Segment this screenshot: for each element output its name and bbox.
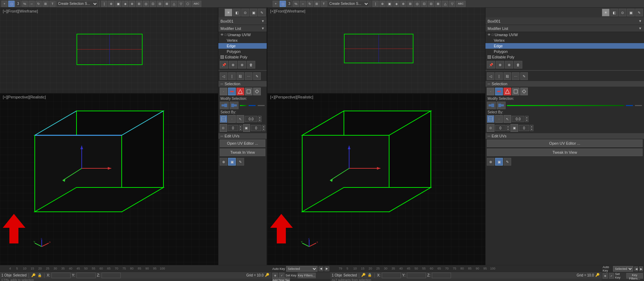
r-object-name-arrow[interactable]: ▼ bbox=[638, 19, 642, 23]
create-selection-dropdown-right[interactable]: Create Selection S... bbox=[328, 1, 369, 7]
pencil-icon[interactable]: ✎ bbox=[258, 9, 266, 16]
x-input-right[interactable] bbox=[382, 273, 401, 278]
r-mod-icon-pin[interactable]: 📌 bbox=[487, 61, 495, 69]
tb-r-select-icon[interactable]: ◻ bbox=[280, 1, 286, 7]
x-input-left[interactable] bbox=[51, 273, 71, 278]
sel-by-icon2[interactable]: · bbox=[228, 115, 236, 123]
prev-frame-btn[interactable]: ◀ bbox=[319, 266, 323, 271]
r-sel-3d-icon[interactable] bbox=[520, 88, 528, 95]
grow-btn[interactable] bbox=[220, 102, 229, 109]
y-input-right[interactable] bbox=[407, 273, 426, 278]
lock-key-icon2[interactable]: 🔑 bbox=[265, 273, 270, 278]
pan-left-icon[interactable]: ◁ bbox=[220, 72, 227, 80]
modifier-list-arrow[interactable]: ▼ bbox=[261, 26, 265, 30]
r-pan-pencil2-icon[interactable]: ✎ bbox=[520, 72, 528, 80]
tb-r-i8[interactable]: ⊡ bbox=[421, 1, 427, 7]
tb-r-i10[interactable]: ⊠ bbox=[435, 1, 441, 7]
tb-r-i3[interactable]: ▣ bbox=[386, 1, 393, 7]
r-sphere-icon[interactable]: ⊙ bbox=[619, 9, 626, 16]
tb-r-i6[interactable]: ⊞ bbox=[407, 1, 413, 7]
tb-r-i9[interactable]: ⊟ bbox=[428, 1, 434, 7]
r-grow-btn[interactable] bbox=[487, 102, 496, 109]
r-num2-spin[interactable]: ▲ ▼ bbox=[530, 125, 533, 131]
r-pan-left-icon[interactable]: ◁ bbox=[487, 72, 494, 80]
key-filters-btn[interactable]: Key Filters... bbox=[298, 273, 316, 278]
panel-left-icon[interactable]: ◧ bbox=[233, 9, 241, 16]
y-input-left[interactable] bbox=[77, 273, 96, 278]
r-pencil-icon[interactable]: ✎ bbox=[635, 9, 643, 16]
tweak-in-view-btn[interactable]: Tweak In View bbox=[220, 148, 265, 156]
r-mod-icon-funnel[interactable]: ⊕ bbox=[496, 61, 504, 69]
tb-icon-10[interactable]: ⊠ bbox=[164, 1, 170, 7]
modifier-polygon[interactable]: Polygon bbox=[218, 49, 267, 54]
r-sel-vertex-icon[interactable]: · bbox=[487, 88, 494, 95]
toolbar-select-icon[interactable]: ◻ bbox=[8, 1, 15, 7]
tb-r-i4[interactable]: ◈ bbox=[393, 1, 400, 7]
r-sel-cursor-icon[interactable]: ↖ bbox=[504, 115, 511, 123]
sphere-icon[interactable]: ⊙ bbox=[241, 9, 249, 16]
sel-by-icon1[interactable] bbox=[220, 115, 227, 123]
r-modifier-list-arrow[interactable]: ▼ bbox=[638, 26, 642, 30]
r-sel-edge-icon[interactable] bbox=[495, 88, 503, 95]
tb-r-i7[interactable]: ◎ bbox=[414, 1, 420, 7]
r-modifier-vertex[interactable]: Vertex bbox=[485, 38, 644, 43]
sel-edge-icon[interactable] bbox=[228, 88, 236, 95]
edit-uvs-header[interactable]: ─ Edit UVs bbox=[218, 133, 267, 139]
tb-icon-abc[interactable]: ABC bbox=[192, 1, 201, 7]
toolbar-percent-icon[interactable]: % bbox=[22, 1, 28, 7]
tb-r-i11[interactable]: △ bbox=[442, 1, 448, 7]
open-uv-editor-btn[interactable]: Open UV Editor ... bbox=[220, 139, 265, 147]
r-selected-dropdown[interactable]: Selected bbox=[613, 266, 633, 272]
num1-spin[interactable]: ▲ ▼ bbox=[239, 125, 242, 131]
r-shrink-btn[interactable] bbox=[497, 102, 506, 109]
toolbar-rotate-icon[interactable]: ↻ bbox=[35, 1, 42, 7]
modifier-vertex[interactable]: Vertex bbox=[218, 38, 267, 43]
r-sel-element-icon[interactable] bbox=[512, 88, 520, 95]
grid-icon[interactable]: ▣ bbox=[250, 9, 257, 16]
mod-icon-trash[interactable]: 🗑 bbox=[247, 61, 255, 69]
r-pan-chain-icon[interactable]: ⛓ bbox=[504, 72, 511, 80]
r-tweak-in-view-btn[interactable]: Tweak In View bbox=[487, 148, 643, 156]
r-uv-icon2[interactable]: ▣ bbox=[495, 158, 503, 166]
num2-spin[interactable]: ▲ ▼ bbox=[262, 125, 265, 131]
toolbar-text-icon[interactable]: T bbox=[49, 1, 56, 7]
tb-icon-12[interactable]: ▽ bbox=[178, 1, 184, 7]
tb-icon-8[interactable]: ⊡ bbox=[150, 1, 156, 7]
tb-icon-11[interactable]: △ bbox=[171, 1, 177, 7]
r-open-uv-editor-btn[interactable]: Open UV Editor ... bbox=[487, 139, 643, 147]
shrink-btn[interactable] bbox=[230, 102, 239, 109]
tb-icon-7[interactable]: ◎ bbox=[143, 1, 149, 7]
r-prev-frame-btn[interactable]: ◀ bbox=[634, 266, 638, 271]
tb-r-abc[interactable]: ABC bbox=[456, 1, 466, 7]
r-sel-by-icon1[interactable] bbox=[487, 115, 494, 123]
tb-r-scale[interactable]: ⊞ bbox=[314, 1, 320, 7]
tb-r-i12[interactable]: ▽ bbox=[449, 1, 455, 7]
toolbar-scale-icon[interactable]: ⊞ bbox=[42, 1, 49, 7]
z-input-right[interactable] bbox=[432, 273, 451, 278]
tb-icon-6[interactable]: ⊞ bbox=[136, 1, 142, 7]
tb-r-text[interactable]: T bbox=[321, 1, 327, 7]
sel-cursor-icon[interactable]: ↖ bbox=[236, 115, 244, 123]
r-sel-by-icon4[interactable]: ▣ bbox=[510, 124, 518, 132]
tb-icon-2[interactable]: ⊕ bbox=[108, 1, 114, 7]
r-key-filters-btn[interactable]: Key Filters... bbox=[626, 273, 643, 279]
r-lock-key-icon2[interactable]: 🔑 bbox=[595, 273, 600, 278]
pan-dots-icon[interactable]: ⋯ bbox=[245, 72, 252, 80]
r-set-key-checkmark[interactable]: ✓ bbox=[609, 273, 614, 279]
toolbar-cursor-icon[interactable]: + bbox=[1, 1, 8, 7]
r-sel-by-icon2[interactable]: · bbox=[495, 115, 503, 123]
tb-icon-9[interactable]: ⊟ bbox=[157, 1, 163, 7]
object-name-arrow[interactable]: ▼ bbox=[261, 19, 265, 23]
sel-polygon-icon[interactable] bbox=[236, 88, 244, 95]
mod-icon-funnel[interactable]: ⊕ bbox=[229, 61, 237, 69]
r-modifier-edge[interactable]: Edge bbox=[485, 43, 644, 49]
create-selection-dropdown-left[interactable]: Create Selection S... bbox=[56, 1, 98, 7]
r-sel-by-value-input[interactable] bbox=[512, 116, 524, 122]
r-panel-left-icon[interactable]: ◧ bbox=[610, 9, 618, 16]
key-icon-right[interactable]: 🔑 bbox=[361, 273, 366, 278]
top-right-viewport[interactable]: [+][Front][Wireframe] bbox=[267, 8, 485, 94]
uv-icon3[interactable]: ✎ bbox=[236, 158, 244, 166]
r-selection-section-header[interactable]: ─ Selection bbox=[485, 81, 644, 87]
r-sel-by-spin[interactable]: ▲ ▼ bbox=[525, 116, 529, 122]
pan-right-icon[interactable]: | bbox=[228, 72, 236, 80]
